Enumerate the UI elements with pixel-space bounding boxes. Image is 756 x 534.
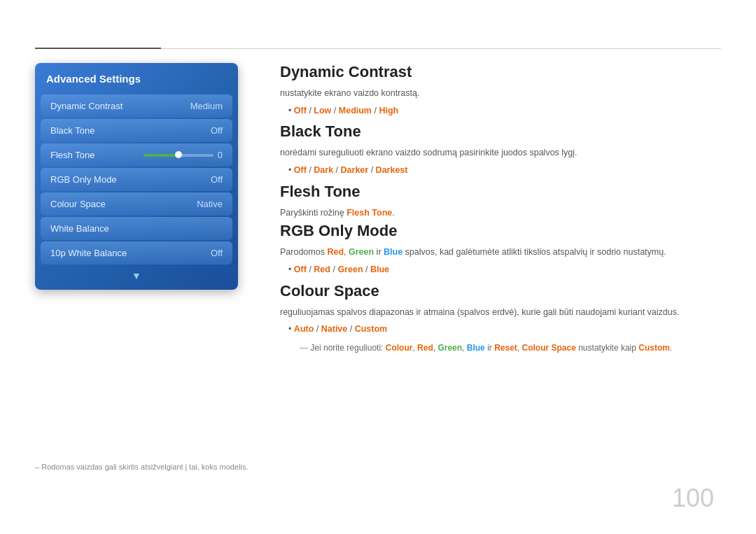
opt-auto-cs: Auto — [294, 324, 314, 334]
opt-off-rgb: Off — [294, 265, 307, 274]
opt-low-dc: Low — [314, 106, 331, 115]
sidebar-value-colour-space: Native — [197, 199, 223, 209]
section-title-dynamic-contrast: Dynamic Contrast — [280, 63, 721, 81]
opt-red-rgb: Red — [327, 247, 344, 257]
opt-green-rgb: Green — [349, 247, 374, 257]
section-options-black-tone: Off / Dark / Darker / Darkest — [288, 162, 721, 178]
section-desc-rgb-only-mode: Parodomos Red, Green ir Blue spalvos, ka… — [280, 246, 721, 259]
sidebar-item-10p-white-balance[interactable]: 10p White Balance Off — [41, 241, 232, 265]
opt-medium-dc: Medium — [339, 106, 372, 115]
section-flesh-tone: Flesh Tone Paryškinti rožinę Flesh Tone. — [280, 183, 721, 220]
flesh-tone-slider[interactable] — [144, 154, 214, 157]
opt-custom-cs: Custom — [355, 324, 388, 334]
section-options-colour-space: Auto / Native / Custom — [288, 321, 721, 337]
sidebar-title: Advanced Settings — [35, 63, 238, 93]
section-title-black-tone: Black Tone — [280, 122, 721, 141]
section-colour-space: Colour Space reguliuojamas spalvos diapa… — [280, 282, 721, 354]
opt-off-dc: Off — [294, 106, 307, 115]
flesh-tone-slider-thumb — [175, 151, 182, 158]
section-desc-flesh-tone: Paryškinti rožinę Flesh Tone. — [280, 206, 721, 220]
sidebar-value-black-tone: Off — [211, 125, 223, 136]
opt-off-bt: Off — [294, 165, 307, 175]
opt-green-rgb-opt: Green — [337, 265, 363, 274]
section-desc-dynamic-contrast: nustatykite ekrano vaizdo kontrastą. — [280, 87, 721, 100]
opt-blue-rgb: Blue — [384, 247, 402, 257]
opt-red-rgb-opt: Red — [314, 265, 330, 274]
opt-blue-rgb-opt: Blue — [370, 265, 389, 274]
sidebar-value-rgb-only-mode: Off — [211, 174, 223, 185]
flesh-tone-slider-container: 0 — [144, 150, 223, 160]
sidebar-item-rgb-only-mode[interactable]: RGB Only Mode Off — [41, 168, 232, 191]
opt-darker-bt: Darker — [341, 165, 369, 175]
section-desc-colour-space: reguliuojamas spalvos diapazonas ir atma… — [280, 306, 721, 319]
main-content: Dynamic Contrast nustatykite ekrano vaiz… — [280, 63, 721, 492]
section-black-tone: Black Tone norėdami sureguliuoti ekrano … — [280, 122, 721, 178]
opt-high-dc: High — [379, 106, 398, 115]
sidebar-panel: Advanced Settings Dynamic Contrast Mediu… — [35, 63, 238, 290]
sidebar-item-colour-space[interactable]: Colour Space Native — [41, 192, 232, 216]
sidebar-value-10p-white-balance: Off — [211, 248, 223, 258]
sidebar-item-flesh-tone[interactable]: Flesh Tone 0 — [41, 143, 232, 167]
opt-darkest-bt: Darkest — [376, 165, 408, 175]
opt-dark-bt: Dark — [314, 165, 333, 175]
sidebar-label-rgb-only-mode: RGB Only Mode — [50, 174, 117, 185]
sidebar-label-flesh-tone: Flesh Tone — [50, 150, 94, 160]
sidebar-value-dynamic-contrast: Medium — [190, 101, 223, 111]
section-title-flesh-tone: Flesh Tone — [280, 183, 721, 201]
section-options-rgb-only-mode: Off / Red / Green / Blue — [288, 262, 721, 278]
sidebar-item-white-balance[interactable]: White Balance — [41, 217, 232, 240]
opt-native-cs: Native — [321, 324, 348, 334]
section-dynamic-contrast: Dynamic Contrast nustatykite ekrano vaiz… — [280, 63, 721, 118]
sidebar-label-colour-space: Colour Space — [50, 199, 106, 209]
sidebar-label-dynamic-contrast: Dynamic Contrast — [50, 101, 122, 111]
page-number: 100 — [672, 484, 714, 513]
colour-space-subnote: Jei norite reguliuoti: Colour, Red, Gree… — [300, 342, 721, 354]
sidebar-item-black-tone[interactable]: Black Tone Off — [41, 119, 232, 142]
flesh-tone-slider-fill — [144, 154, 178, 157]
flesh-tone-highlight: Flesh Tone — [346, 208, 392, 218]
section-desc-black-tone: norėdami sureguliuoti ekrano vaizdo sodr… — [280, 146, 721, 160]
section-title-rgb-only-mode: RGB Only Mode — [280, 222, 721, 240]
sidebar-label-10p-white-balance: 10p White Balance — [50, 248, 127, 258]
sidebar-scroll-arrow[interactable]: ▼ — [35, 266, 238, 283]
sidebar-item-dynamic-contrast[interactable]: Dynamic Contrast Medium — [41, 94, 232, 118]
sidebar-label-black-tone: Black Tone — [50, 125, 94, 136]
sidebar-value-flesh-tone: 0 — [218, 150, 223, 160]
section-rgb-only-mode: RGB Only Mode Parodomos Red, Green ir Bl… — [280, 222, 721, 277]
footer-note: Rodomas vaizdas gali skirtis atsižvelgia… — [35, 463, 248, 471]
section-options-dynamic-contrast: Off / Low / Medium / High — [288, 103, 721, 119]
top-border — [35, 48, 721, 49]
section-title-colour-space: Colour Space — [280, 282, 721, 300]
sidebar-label-white-balance: White Balance — [50, 223, 109, 234]
